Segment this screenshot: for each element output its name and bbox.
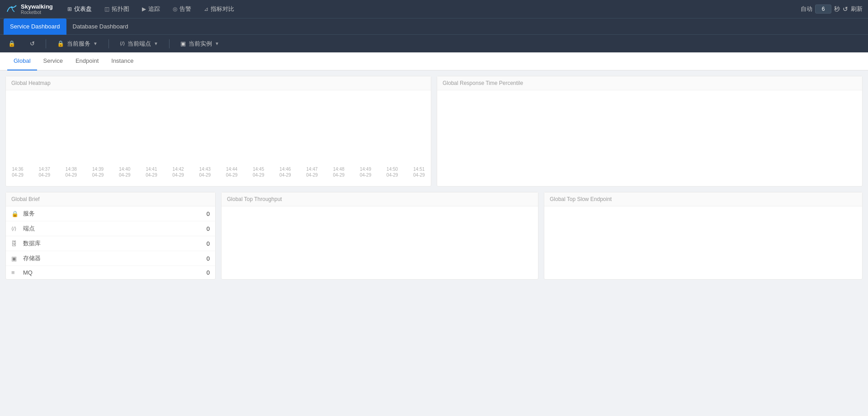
brief-mq-value: 0 (207, 269, 210, 276)
logo: Skywalking Rocketbot (5, 3, 53, 15)
time-label-2: 14:3804-29 (65, 166, 77, 178)
nav-dashboard[interactable]: ⊞ 仪表盘 (62, 3, 97, 15)
service-dashboard-label: Service Dashboard (10, 23, 60, 30)
heatmap-header: Global Heatmap (6, 76, 431, 90)
tab-service-label: Service (43, 57, 63, 64)
compare-icon: ⊿ (204, 6, 208, 12)
brief-row-mq: ≡ MQ 0 (6, 266, 215, 279)
current-instance-filter[interactable]: ▣ 当前实例 ▼ (177, 38, 223, 50)
time-label-9: 14:4504-29 (252, 166, 265, 178)
instance-filter-icon: ▣ (180, 40, 186, 47)
nav-topology-label: 拓扑图 (112, 5, 129, 13)
nav-dashboard-label: 仪表盘 (74, 5, 92, 13)
service-filter-icon: 🔒 (57, 40, 64, 47)
heatmap-chart-area (11, 96, 425, 164)
endpoint-filter-label: 当前端点 (127, 40, 151, 48)
throughput-title: Global Top Throughput (227, 196, 282, 202)
heatmap-timeline: 14:3604-29 14:3704-29 14:3804-29 14:3904… (11, 164, 425, 181)
filter-separator-3 (169, 39, 170, 48)
heatmap-body: 14:3604-29 14:3704-29 14:3804-29 14:3904… (6, 90, 431, 186)
endpoint-chevron-icon: ▼ (154, 41, 158, 46)
tab-instance[interactable]: Instance (105, 52, 140, 70)
refresh-label: 刷新 (851, 5, 863, 13)
top-navigation: Skywalking Rocketbot ⊞ 仪表盘 ◫ 拓扑图 ▶ 追踪 ◎ … (0, 0, 868, 18)
panel-top-throughput: Global Top Throughput (221, 192, 538, 280)
reload-icon-btn[interactable]: ↺ (26, 38, 38, 49)
nav-right: 自动 秒 ↺ 刷新 (801, 5, 863, 14)
nav-trace-label: 追踪 (148, 5, 160, 13)
brief-service-icon: 🔒 (11, 210, 20, 217)
time-label-8: 14:4404-29 (226, 166, 238, 178)
time-label-14: 14:5004-29 (386, 166, 399, 178)
current-service-filter[interactable]: 🔒 当前服务 ▼ (53, 38, 101, 50)
topology-icon: ◫ (104, 6, 109, 12)
nav-compare-label: 指标对比 (211, 5, 234, 13)
time-label-15: 14:5104-29 (413, 166, 425, 178)
tab-global-label: Global (14, 57, 31, 64)
dashboard-icon: ⊞ (67, 6, 72, 12)
time-label-3: 14:3904-29 (92, 166, 104, 178)
lock-icon: 🔒 (8, 40, 15, 47)
brief-endpoint-value: 0 (207, 225, 210, 232)
current-endpoint-filter[interactable]: ⟨/⟩ 当前端点 ▼ (116, 38, 162, 50)
brief-mq-label: MQ (20, 269, 207, 276)
brief-storage-value: 0 (207, 255, 210, 262)
refresh-button[interactable]: ↺ (843, 5, 848, 13)
brief-row-storage: ▣ 存储器 0 (6, 251, 215, 266)
brief-body: 🔒 服务 0 ⟨/⟩ 端点 0 🗄 数据库 0 ▣ 存储器 0 (6, 206, 215, 279)
panel-row-1: Global Heatmap 14:3604-29 14:3704-29 14:… (5, 76, 863, 187)
time-label-10: 14:4604-29 (279, 166, 292, 178)
brief-endpoint-label: 端点 (20, 224, 207, 233)
brief-service-value: 0 (207, 210, 210, 217)
time-label-5: 14:4104-29 (145, 166, 158, 178)
nav-trace[interactable]: ▶ 追踪 (137, 3, 165, 15)
slow-endpoint-title: Global Top Slow Endpoint (550, 196, 612, 202)
time-label-1: 14:3704-29 (38, 166, 51, 178)
nav-left: Skywalking Rocketbot ⊞ 仪表盘 ◫ 拓扑图 ▶ 追踪 ◎ … (5, 3, 240, 15)
reload-icon: ↺ (30, 40, 35, 47)
endpoint-filter-icon: ⟨/⟩ (120, 41, 125, 47)
tab-service-dashboard[interactable]: Service Dashboard (4, 19, 66, 35)
time-label-4: 14:4004-29 (118, 166, 131, 178)
instance-filter-label: 当前实例 (189, 40, 212, 48)
nav-alert[interactable]: ◎ 告警 (167, 3, 197, 15)
tab-instance-label: Instance (111, 57, 133, 64)
auto-label: 自动 (801, 5, 812, 13)
interval-input[interactable] (815, 5, 831, 14)
lock-icon-btn[interactable]: 🔒 (5, 38, 19, 49)
filter-separator-1 (46, 39, 46, 48)
panel-global-brief: Global Brief 🔒 服务 0 ⟨/⟩ 端点 0 🗄 数据库 0 (5, 192, 216, 280)
time-label-0: 14:3604-29 (11, 166, 24, 178)
logo-text-group: Skywalking Rocketbot (21, 3, 53, 15)
alert-icon: ◎ (173, 6, 177, 12)
tab-service[interactable]: Service (37, 52, 69, 70)
tab-endpoint[interactable]: Endpoint (69, 52, 105, 70)
brief-title: Global Brief (11, 196, 40, 202)
brief-service-label: 服务 (20, 210, 207, 218)
panel-global-heatmap: Global Heatmap 14:3604-29 14:3704-29 14:… (5, 76, 431, 187)
slow-endpoint-header: Global Top Slow Endpoint (544, 192, 862, 206)
panel-row-2: Global Brief 🔒 服务 0 ⟨/⟩ 端点 0 🗄 数据库 0 (5, 192, 863, 280)
nav-topology[interactable]: ◫ 拓扑图 (99, 3, 135, 15)
heatmap-title: Global Heatmap (11, 80, 51, 86)
tab-database-dashboard[interactable]: Database Dashboard (66, 19, 135, 35)
nav-compare[interactable]: ⊿ 指标对比 (198, 3, 240, 15)
service-filter-label: 当前服务 (67, 40, 90, 48)
main-content: Global Heatmap 14:3604-29 14:3704-29 14:… (0, 70, 868, 416)
response-title: Global Response Time Percentile (443, 80, 523, 86)
tab-global[interactable]: Global (7, 52, 37, 70)
svg-point-0 (11, 6, 13, 8)
panel-top-slow-endpoint: Global Top Slow Endpoint (544, 192, 863, 280)
throughput-body (222, 206, 538, 265)
filter-bar: 🔒 ↺ 🔒 当前服务 ▼ ⟨/⟩ 当前端点 ▼ ▣ 当前实例 ▼ (0, 34, 868, 52)
brief-database-label: 数据库 (20, 239, 207, 248)
time-label-11: 14:4704-29 (306, 166, 318, 178)
brief-database-value: 0 (207, 240, 210, 247)
brief-storage-label: 存储器 (20, 254, 207, 262)
time-label-6: 14:4204-29 (172, 166, 184, 178)
brief-row-database: 🗄 数据库 0 (6, 236, 215, 251)
instance-chevron-icon: ▼ (215, 41, 219, 46)
brief-header: Global Brief (6, 192, 215, 206)
dashboard-subnav: Service Dashboard Database Dashboard (0, 18, 868, 34)
filter-separator-2 (108, 39, 109, 48)
